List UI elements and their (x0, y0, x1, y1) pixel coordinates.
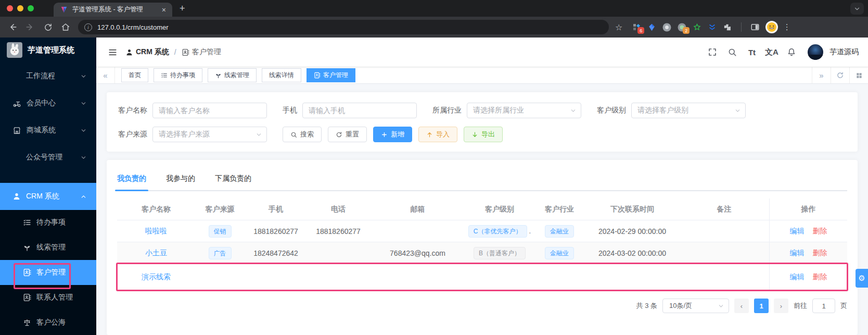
sidebar-item-crm-system[interactable]: CRM 系统 (0, 183, 96, 210)
site-favicon (60, 6, 68, 14)
level-select[interactable]: 请选择客户级别 (631, 103, 746, 118)
industry-label: 所属行业 (432, 106, 462, 115)
tab-close-icon[interactable]: × (162, 6, 166, 14)
tab-search-button[interactable] (850, 3, 864, 15)
extension-chevrons-icon[interactable] (707, 22, 717, 32)
sidebar-item-member-center[interactable]: 会员中心 (0, 90, 96, 117)
extension-camera-icon[interactable]: 2 (677, 22, 686, 32)
page-tab-clue-detail[interactable]: 线索详情 (262, 68, 301, 82)
page-size-select[interactable]: 10条/页 (662, 299, 729, 313)
address-bar[interactable]: i 127.0.0.1/crm/customer (78, 20, 609, 34)
sidebar-item-customer-management[interactable]: 客户管理 (0, 260, 96, 285)
chevron-down-icon (718, 303, 724, 309)
prev-page-button[interactable]: ‹ (734, 299, 749, 313)
customer-table-card: 我负责的 我参与的 下属负责的 客户名称 客户来源 手机 电话 邮箱 客户级别 … (107, 160, 858, 335)
tabs-menu-grid-icon[interactable] (849, 67, 868, 83)
window-minimize-button[interactable] (17, 5, 23, 11)
sidebar-collapse-icon[interactable] (105, 44, 120, 60)
delete-link[interactable]: 删除 (813, 227, 827, 236)
customer-name-link[interactable]: 小土豆 (145, 249, 167, 257)
goto-page-input[interactable] (812, 299, 835, 313)
search-button[interactable]: 搜索 (283, 127, 322, 142)
level-tag: C（非优先客户） (468, 225, 527, 238)
delete-link[interactable]: 删除 (813, 249, 827, 258)
sidebar-item-contact-management[interactable]: 联系人管理 (0, 285, 96, 310)
tab-my-participated[interactable]: 我参与的 (166, 167, 195, 190)
bookmark-star-icon[interactable]: ☆ (615, 22, 622, 32)
search-icon[interactable] (723, 43, 741, 61)
page-tab-todo[interactable]: 待办事项 (154, 68, 202, 82)
sidebar-item-customer-pool[interactable]: 客户公海 (0, 310, 96, 335)
browser-profile-avatar[interactable] (765, 21, 778, 33)
tab-my-responsible[interactable]: 我负责的 (117, 167, 146, 190)
mobile-input[interactable] (302, 103, 417, 118)
bell-icon[interactable] (783, 43, 800, 61)
seedling-icon (23, 243, 31, 252)
extension-blocks-icon[interactable]: 6 (632, 22, 641, 32)
sidebar-item-clue-management[interactable]: 线索管理 (0, 235, 96, 260)
table-row: 小土豆 广告 18248472642 768423@qq.com B（普通客户）… (117, 242, 847, 264)
window-zoom-button[interactable] (28, 5, 34, 11)
page-tab-home[interactable]: 首页 (121, 68, 148, 82)
forward-button[interactable] (23, 20, 37, 34)
scale-icon (23, 318, 31, 327)
import-button[interactable]: 导入 (418, 127, 457, 142)
sidebar-item-workflow[interactable]: 工作流程 (0, 63, 96, 90)
page-tab-clue-management[interactable]: 线索管理 (208, 68, 257, 82)
browser-menu-icon[interactable]: ⋮ (781, 22, 793, 32)
scope-tabs: 我负责的 我参与的 下属负责的 (117, 167, 847, 191)
customer-name-input[interactable] (152, 103, 267, 118)
extension-green-star-icon[interactable] (692, 22, 701, 32)
theme-settings-gear-button[interactable]: ⚙ (856, 269, 868, 288)
sidebar-item-mall-system[interactable]: 商城系统 (0, 117, 96, 144)
extension-kite-icon[interactable] (647, 22, 656, 32)
page-number-active[interactable]: 1 (754, 299, 769, 313)
todo-list-icon (23, 218, 31, 227)
sidebar-item-official-account[interactable]: 公众号管理 (0, 144, 96, 171)
window-close-button[interactable] (7, 5, 13, 11)
source-tag: 广告 (209, 247, 232, 259)
edit-link[interactable]: 编辑 (790, 227, 805, 236)
customer-name-link[interactable]: 啦啦啦 (145, 227, 167, 235)
export-button[interactable]: 导出 (464, 127, 503, 142)
app-header: CRM 系统 / 客户管理 Tt 文A 芋道源码 (96, 38, 868, 67)
reset-button[interactable]: 重置 (328, 127, 367, 142)
industry-select[interactable]: 请选择所属行业 (467, 103, 581, 118)
font-size-icon[interactable]: Tt (743, 43, 761, 61)
add-button[interactable]: 新增 (373, 127, 412, 142)
home-button[interactable] (58, 20, 73, 34)
industry-tag: 金融业 (545, 225, 574, 238)
tabs-scroll-right-icon[interactable]: » (812, 67, 831, 83)
browser-tab[interactable]: 芋道管理系统 - 客户管理 × (54, 3, 172, 17)
breadcrumb-crm[interactable]: CRM 系统 (125, 47, 169, 57)
edit-link[interactable]: 编辑 (790, 272, 805, 282)
source-select[interactable]: 请选择客户来源 (152, 127, 267, 142)
customer-name-link[interactable]: 演示线索 (142, 272, 171, 281)
tabs-scroll-left-icon[interactable]: « (96, 67, 115, 83)
tab-subordinate[interactable]: 下属负责的 (215, 167, 251, 190)
next-page-button[interactable]: › (774, 299, 788, 313)
edit-link[interactable]: 编辑 (790, 249, 805, 258)
toolbar-divider (741, 22, 742, 32)
industry-tag: 金融业 (545, 247, 574, 259)
source-tag: 促销 (209, 225, 232, 238)
site-info-icon[interactable]: i (84, 23, 92, 31)
language-icon[interactable]: 文A (763, 43, 781, 61)
extension-gray-circle-icon[interactable] (662, 22, 671, 32)
back-button[interactable] (5, 20, 20, 34)
contacts-book-icon (182, 48, 189, 56)
delete-link[interactable]: 删除 (813, 272, 827, 282)
page-tab-customer-management[interactable]: 客户管理 (307, 68, 355, 82)
level-tag: B（普通客户） (474, 247, 526, 259)
sidebar-item-todo[interactable]: 待办事项 (0, 210, 96, 235)
contacts-book-icon (23, 268, 31, 277)
user-avatar[interactable] (808, 44, 823, 60)
side-panel-icon[interactable] (748, 20, 762, 34)
fullscreen-icon[interactable] (704, 43, 721, 61)
tabs-refresh-icon[interactable] (831, 67, 849, 83)
reload-button[interactable] (41, 20, 55, 34)
extensions-puzzle-icon[interactable] (722, 22, 732, 32)
extension-badge: 2 (683, 27, 690, 34)
chevron-down-icon (570, 107, 577, 114)
new-tab-button[interactable]: + (180, 4, 185, 13)
